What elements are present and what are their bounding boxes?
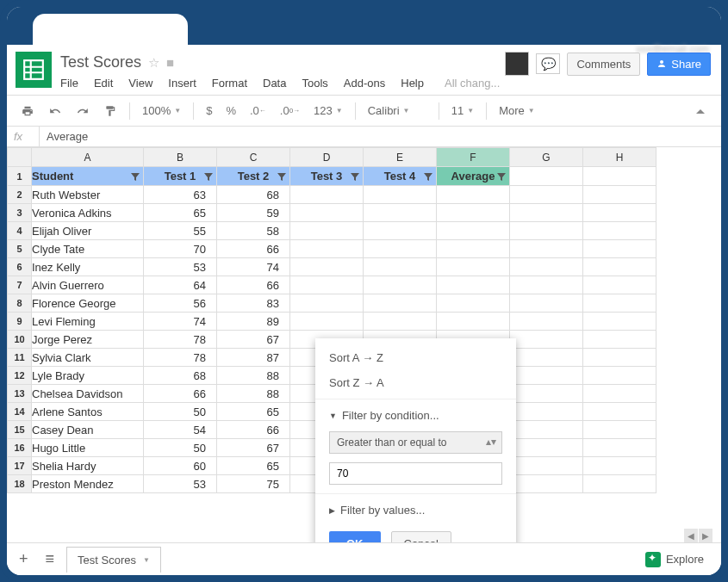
row-header[interactable]: 10 xyxy=(8,331,32,349)
cell[interactable] xyxy=(583,367,656,385)
cell[interactable] xyxy=(510,167,583,186)
cell[interactable] xyxy=(290,204,364,222)
cell[interactable] xyxy=(510,258,583,276)
cell[interactable]: 74 xyxy=(217,258,290,276)
cell[interactable]: 68 xyxy=(144,367,217,385)
cell[interactable]: Clyde Tate xyxy=(32,240,144,258)
cell[interactable]: 87 xyxy=(217,349,290,367)
cell[interactable]: 59 xyxy=(217,204,290,222)
scroll-left-icon[interactable]: ◀ xyxy=(684,529,698,542)
cell[interactable] xyxy=(510,276,583,294)
cell[interactable] xyxy=(583,439,656,457)
cell[interactable]: 54 xyxy=(144,421,217,439)
row-header[interactable]: 14 xyxy=(8,403,32,421)
header-average[interactable]: Average xyxy=(437,167,510,186)
collapse-toolbar-icon[interactable] xyxy=(688,101,712,121)
sheets-logo[interactable] xyxy=(16,52,52,88)
cell[interactable] xyxy=(510,385,583,403)
col-header-b[interactable]: B xyxy=(144,148,217,167)
cell[interactable] xyxy=(364,276,437,294)
cell[interactable] xyxy=(437,258,510,276)
row-header[interactable]: 11 xyxy=(8,349,32,367)
cell[interactable] xyxy=(583,294,656,313)
filter-icon[interactable] xyxy=(497,171,506,184)
cell[interactable]: 55 xyxy=(144,222,217,240)
cell[interactable] xyxy=(364,204,437,222)
cell[interactable]: 66 xyxy=(217,240,290,258)
cell[interactable] xyxy=(510,475,583,493)
sheet-menu-icon[interactable]: ▼ xyxy=(143,556,150,564)
cell[interactable]: 64 xyxy=(144,276,217,294)
row-header[interactable]: 12 xyxy=(8,367,32,385)
cell[interactable]: 75 xyxy=(217,475,290,493)
folder-icon[interactable]: ■ xyxy=(166,55,174,70)
cell[interactable]: Levi Fleming xyxy=(32,313,144,331)
cell[interactable]: 60 xyxy=(144,457,217,475)
sort-za[interactable]: Sort Z → A xyxy=(315,370,516,395)
menu-help[interactable]: Help xyxy=(401,77,424,90)
cell[interactable]: 67 xyxy=(217,439,290,457)
cell[interactable] xyxy=(583,186,656,204)
cell[interactable]: 63 xyxy=(144,186,217,204)
cell[interactable]: 65 xyxy=(217,457,290,475)
header-test4[interactable]: Test 4 xyxy=(364,167,437,186)
filter-icon[interactable] xyxy=(131,171,140,184)
share-button[interactable]: Share xyxy=(647,53,711,76)
row-header[interactable]: 13 xyxy=(8,385,32,403)
cell[interactable]: Florence George xyxy=(32,294,144,313)
select-all-corner[interactable] xyxy=(8,148,32,167)
cell[interactable] xyxy=(583,403,656,421)
cell[interactable] xyxy=(364,186,437,204)
sort-az[interactable]: Sort A → Z xyxy=(315,345,516,370)
cell[interactable] xyxy=(290,258,364,276)
cell[interactable]: 68 xyxy=(217,186,290,204)
filter-icon[interactable] xyxy=(277,171,286,184)
paint-format-icon[interactable] xyxy=(98,102,122,121)
cell[interactable] xyxy=(583,276,656,294)
menu-addons[interactable]: Add-ons xyxy=(344,77,385,90)
cell[interactable]: 65 xyxy=(217,403,290,421)
cell[interactable]: Casey Dean xyxy=(32,421,144,439)
menu-tools[interactable]: Tools xyxy=(302,77,327,90)
zoom-dropdown[interactable]: 100%▼ xyxy=(137,101,186,121)
cell[interactable] xyxy=(510,349,583,367)
condition-select[interactable]: Greater than or equal to▴▾ xyxy=(329,431,502,454)
cell[interactable] xyxy=(437,186,510,204)
cell[interactable] xyxy=(364,258,437,276)
row-header[interactable]: 15 xyxy=(8,421,32,439)
font-dropdown[interactable]: Calibri▼ xyxy=(363,101,432,121)
cell[interactable]: Sylvia Clark xyxy=(32,349,144,367)
cell[interactable]: Alvin Guerrero xyxy=(32,276,144,294)
more-dropdown[interactable]: More▼ xyxy=(494,101,540,121)
col-header-d[interactable]: D xyxy=(290,148,364,167)
cell[interactable] xyxy=(364,313,437,331)
cell[interactable]: 83 xyxy=(217,294,290,313)
font-size-dropdown[interactable]: 11▼ xyxy=(446,101,479,121)
cell[interactable] xyxy=(290,313,364,331)
currency-button[interactable]: $ xyxy=(201,101,217,121)
cell[interactable] xyxy=(510,313,583,331)
cell[interactable] xyxy=(583,457,656,475)
cell[interactable] xyxy=(510,403,583,421)
cell[interactable] xyxy=(290,186,364,204)
cell[interactable]: Ruth Webster xyxy=(32,186,144,204)
row-header[interactable]: 8 xyxy=(8,294,32,313)
browser-tab[interactable] xyxy=(33,14,188,48)
row-header[interactable]: 17 xyxy=(8,457,32,475)
filter-icon[interactable] xyxy=(351,171,359,184)
cell[interactable]: Elijah Oliver xyxy=(32,222,144,240)
menu-data[interactable]: Data xyxy=(263,77,286,90)
menu-file[interactable]: File xyxy=(60,77,78,90)
col-header-h[interactable]: H xyxy=(583,148,656,167)
cell[interactable]: 53 xyxy=(144,258,217,276)
cell[interactable]: 78 xyxy=(144,349,217,367)
cell[interactable] xyxy=(583,421,656,439)
cell[interactable]: Jorge Perez xyxy=(32,331,144,349)
cell[interactable]: Shelia Hardy xyxy=(32,457,144,475)
cell[interactable] xyxy=(510,367,583,385)
decrease-decimal-button[interactable]: .0← xyxy=(245,101,271,121)
fx-value[interactable]: Average xyxy=(40,127,95,146)
grid-area[interactable]: A B C D E F G H 1 Student Test 1 Test 2 … xyxy=(7,147,721,542)
cell[interactable]: 66 xyxy=(144,385,217,403)
cell[interactable] xyxy=(510,457,583,475)
